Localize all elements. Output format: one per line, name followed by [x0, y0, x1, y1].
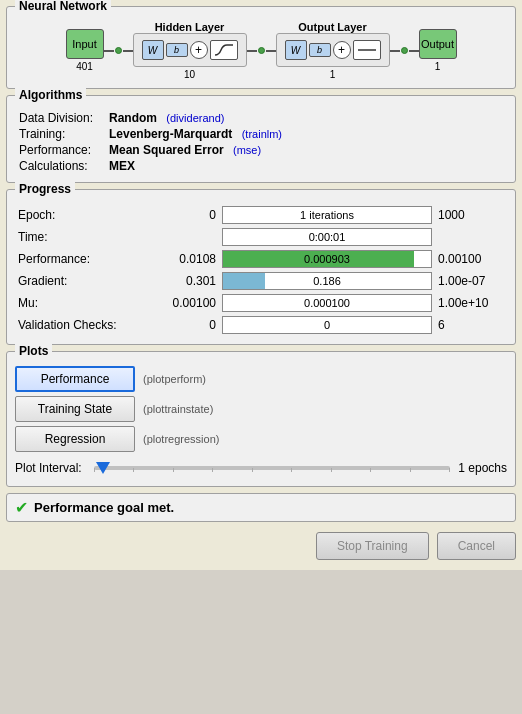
- output-num: 1: [330, 69, 336, 80]
- tick: [291, 468, 292, 472]
- progress-bar-text: 0.000100: [223, 297, 431, 309]
- plot-interval-label: Plot Interval:: [15, 461, 82, 475]
- nn-diagram: Input 401 Hidden Layer W b +: [15, 21, 507, 80]
- prog-bar-cell: 0:00:01: [219, 226, 435, 248]
- prog-row-max: 1.00e+10: [435, 292, 507, 314]
- progress-bar-text: 1 iterations: [223, 209, 431, 221]
- plot-row: Training State (plottrainstate): [15, 396, 507, 422]
- hidden-wb-row: W b +: [142, 40, 238, 60]
- progress-bar-container: 1 iterations: [222, 206, 432, 224]
- prog-row-min: 0: [159, 314, 219, 336]
- plot-interval-value: 1 epochs: [458, 461, 507, 475]
- prog-row-min: 0: [159, 204, 219, 226]
- tick: [94, 468, 95, 472]
- nn-section-title: Neural Network: [15, 0, 111, 13]
- algo-row-value: Random (dividerand): [105, 110, 507, 126]
- tick: [449, 468, 450, 472]
- tick: [370, 468, 371, 472]
- plot-interval-slider[interactable]: [94, 458, 451, 478]
- prog-row-label: Epoch:: [15, 204, 159, 226]
- nn-input-node: Input 401: [66, 29, 104, 72]
- algo-table: Data Division: Random (dividerand) Train…: [15, 110, 507, 174]
- tick: [212, 468, 213, 472]
- progress-section: Progress Epoch: 0 1 iterations 1000 Time…: [6, 189, 516, 345]
- output-wb-row: W b +: [285, 40, 381, 60]
- hidden-layer-box: W b +: [133, 33, 247, 67]
- algo-link: (mse): [233, 144, 261, 156]
- dot1: [115, 47, 122, 54]
- conn6: [409, 50, 419, 52]
- hidden-plus: +: [190, 41, 208, 59]
- nn-output-node: Output 1: [419, 29, 457, 72]
- cancel-button[interactable]: Cancel: [437, 532, 516, 560]
- time-bar-text: 0:00:01: [309, 231, 346, 243]
- progress-row: Time: 0:00:01: [15, 226, 507, 248]
- plots-buttons-container: Performance (plotperform) Training State…: [15, 366, 507, 452]
- nn-output-num: 1: [435, 61, 441, 72]
- progress-bar-container: 0.000100: [222, 294, 432, 312]
- algo-row: Data Division: Random (dividerand): [15, 110, 507, 126]
- status-bar: ✔ Performance goal met.: [6, 493, 516, 522]
- algo-row-value: Mean Squared Error (mse): [105, 142, 507, 158]
- algo-value-text: Levenberg-Marquardt: [109, 127, 232, 141]
- slider-ticks: [94, 468, 451, 472]
- progress-row: Mu: 0.00100 0.000100 1.00e+10: [15, 292, 507, 314]
- stop-training-button[interactable]: Stop Training: [316, 532, 429, 560]
- prog-row-max: 6: [435, 314, 507, 336]
- hidden-layer-area: Hidden Layer W b +: [133, 21, 247, 80]
- output-b-box: b: [309, 43, 331, 57]
- prog-row-min: 0.0108: [159, 248, 219, 270]
- algo-row-label: Performance:: [15, 142, 105, 158]
- prog-row-max: [435, 226, 507, 248]
- hidden-w-box: W: [142, 40, 164, 60]
- output-sigmoid: [353, 40, 381, 60]
- prog-row-max: 1000: [435, 204, 507, 226]
- prog-row-label: Performance:: [15, 248, 159, 270]
- hidden-layer-title: Hidden Layer: [155, 21, 225, 33]
- algo-row-label: Calculations:: [15, 158, 105, 174]
- prog-row-min: 0.301: [159, 270, 219, 292]
- algo-link: (dividerand): [166, 112, 224, 124]
- tick: [410, 468, 411, 472]
- plot-button[interactable]: Training State: [15, 396, 135, 422]
- prog-bar-cell: 0.186: [219, 270, 435, 292]
- prog-row-min: [159, 226, 219, 248]
- output-layer-title: Output Layer: [298, 21, 366, 33]
- plot-button[interactable]: Performance: [15, 366, 135, 392]
- prog-row-label: Gradient:: [15, 270, 159, 292]
- tick: [133, 468, 134, 472]
- prog-row-max: 0.00100: [435, 248, 507, 270]
- prog-row-label: Mu:: [15, 292, 159, 314]
- output-w-box: W: [285, 40, 307, 60]
- nn-input-label: Input: [72, 38, 96, 50]
- progress-bar-text: 0: [223, 319, 431, 331]
- algo-row-value: MEX: [105, 158, 507, 174]
- main-container: Neural Network Input 401 Hidden Layer W: [0, 0, 522, 570]
- prog-row-label: Validation Checks:: [15, 314, 159, 336]
- plot-button[interactable]: Regression: [15, 426, 135, 452]
- progress-bar-container: 0: [222, 316, 432, 334]
- progress-row: Validation Checks: 0 0 6: [15, 314, 507, 336]
- prog-bar-cell: 1 iterations: [219, 204, 435, 226]
- progress-row: Epoch: 0 1 iterations 1000: [15, 204, 507, 226]
- prog-bar-cell: 0.000100: [219, 292, 435, 314]
- plot-row: Regression (plotregression): [15, 426, 507, 452]
- progress-row: Gradient: 0.301 0.186 1.00e-07: [15, 270, 507, 292]
- dot3: [401, 47, 408, 54]
- conn3: [247, 50, 257, 52]
- algo-value-text: Mean Squared Error: [109, 143, 224, 157]
- plot-interval-row: Plot Interval:: [15, 458, 507, 478]
- plot-row: Performance (plotperform): [15, 366, 507, 392]
- bottom-buttons: Stop Training Cancel: [6, 528, 516, 564]
- algo-row-label: Data Division:: [15, 110, 105, 126]
- slider-track: [94, 466, 451, 470]
- prog-row-label: Time:: [15, 226, 159, 248]
- check-icon: ✔: [15, 498, 28, 517]
- nn-output-box: Output: [419, 29, 457, 59]
- algo-value-text: MEX: [109, 159, 135, 173]
- algo-value-text: Random: [109, 111, 157, 125]
- plot-link: (plottrainstate): [143, 403, 213, 415]
- conn4: [266, 50, 276, 52]
- algo-row: Calculations: MEX: [15, 158, 507, 174]
- algo-row-label: Training:: [15, 126, 105, 142]
